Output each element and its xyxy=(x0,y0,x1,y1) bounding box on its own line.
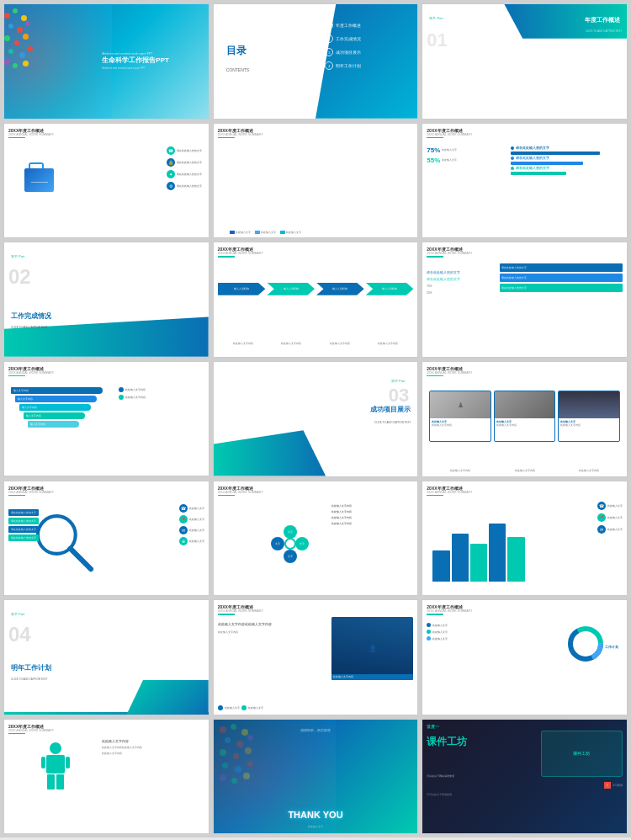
photo-city xyxy=(559,391,619,418)
left-box-4: 请在此处输入您的文字 xyxy=(8,534,39,541)
left-labels: 请在此处输入您的文字 请在此处输入您的文字 75% 55% xyxy=(427,271,460,295)
bracket-dot-3 xyxy=(511,167,514,170)
person-figure xyxy=(14,742,96,822)
r-dot-1 xyxy=(119,387,124,392)
rt-item-4: 此处输入文字内容 xyxy=(331,522,413,525)
r-item-1: 此处输入文字内容 xyxy=(119,387,204,392)
header-sub-17: 20XX ANNUAL WORK SUMMARY xyxy=(218,609,414,613)
part02-title: 工作完成情况 xyxy=(11,311,51,321)
text-col-1: 此处输入文字内容 xyxy=(220,343,267,345)
icon-text-4: 请在此处输入您的文字 xyxy=(177,184,202,188)
slide-crosshair: 20XX年度工作概述 20XX ANNUAL WORK SUMMARY 文字 文… xyxy=(213,481,419,597)
warning-icon: ! xyxy=(604,782,611,789)
photo-title-3: 此处输入文字 xyxy=(560,420,618,423)
rt-item-3: 此处输入文字内容 xyxy=(331,516,413,519)
pie-label-2: 此处输入文字 xyxy=(427,630,508,634)
rt-item-1: 此处输入文字内容 xyxy=(331,504,413,508)
icon-row-1: ☎ 请在此处输入您的文字 xyxy=(167,146,202,155)
menu-label-3: 成功项目展示 xyxy=(336,50,361,55)
header-sub-12: 20XX ANNUAL WORK SUMMARY xyxy=(427,371,623,375)
part02-subtitle: CLICK TO ADD CAPTION TEXT xyxy=(11,326,47,329)
left-box-2: 请在此处输入您的文字 xyxy=(8,518,39,524)
biz-text-2: 此处输入文字内容 xyxy=(218,630,320,635)
menu-item-2: 2 工作完成情况 xyxy=(325,35,411,43)
main-title: 生命科学工作报告PPT xyxy=(102,56,204,65)
bracket-diagram: 请在此处输入您的文字 请在此处输入您的文字 请在此处输入您的文字 xyxy=(511,146,623,175)
pie-label-1: 此处输入文字 xyxy=(427,623,508,627)
part-title: 年度工作概述 xyxy=(585,16,620,24)
person-head xyxy=(50,742,61,754)
right-text-14: 此处输入文字内容 此处输入文字内容 此处输入文字内容 此处输入文字内容 xyxy=(331,504,413,525)
arrow-step-2: 输入人员职称 xyxy=(267,283,315,295)
part-number: 01 xyxy=(427,29,447,51)
header-sub-14: 20XX ANNUAL WORK SUMMARY xyxy=(218,491,414,494)
percent-label-2: 此处输入文字 xyxy=(442,158,457,162)
thankyou-above: 感谢聆听，然后留底 xyxy=(214,729,418,732)
header-sub-8: 20XX ANNUAL WORK SUMMARY xyxy=(218,252,414,255)
teal-accent xyxy=(214,430,326,476)
teal-underline-12 xyxy=(427,375,443,377)
ri-1: ☎ 此处输入文字 xyxy=(597,502,623,510)
bi-text-2: 此处输入文字 xyxy=(248,706,263,710)
slide-header-5: 20XX年度工作概述 20XX ANNUAL WORK SUMMARY xyxy=(218,128,414,139)
cross-bottom: 文字 xyxy=(284,550,297,563)
bracket-dot-1 xyxy=(511,146,514,150)
part-subtitle: CLICK TO ADD CAPTION TEXT xyxy=(586,29,622,33)
r-text-1: 此处输入文字内容 xyxy=(125,388,146,391)
slide-bar-chart: 20XX年度工作概述 20XX ANNUAL WORK SUMMARY xyxy=(213,123,419,239)
slide-part03: 第节 Part 03 成功项目展示 CLICK TO ADD CAPTION T… xyxy=(213,361,419,477)
promo-warning: ! 不可商用 xyxy=(604,782,623,789)
bracket-label-3: 请在此处输入您的文字 xyxy=(516,167,549,170)
ri-text-1: 此处输入文字 xyxy=(607,504,623,508)
title-area: Medicine and medical work report PPT 生命科… xyxy=(102,52,204,70)
indent-2: 输入文字内容 xyxy=(15,396,97,402)
slide-header-14: 20XX年度工作概述 20XX ANNUAL WORK SUMMARY xyxy=(218,486,414,497)
h-box-label-1: 请在此处输入您的文字 xyxy=(501,266,527,269)
percent-label-1: 此处输入文字 xyxy=(442,148,457,152)
report-title: Medicine and medical work report PPT xyxy=(102,66,204,70)
bracket-item-3: 请在此处输入您的文字 xyxy=(511,167,623,170)
indent-1: 输入文字内容 xyxy=(11,387,103,394)
header-sub-5: 20XX ANNUAL WORK SUMMARY xyxy=(218,133,414,136)
bi-1: 此处输入文字 xyxy=(218,705,240,710)
legend-item-1: 此处输入文字 xyxy=(230,231,251,234)
slide-l-arrows: 20XX年度工作概述 20XX ANNUAL WORK SUMMARY 输入文字… xyxy=(3,361,209,477)
cross-left: 文字 xyxy=(271,537,284,550)
promo-note2: 不可以在以下情境使用 xyxy=(427,794,524,797)
slide-promo: 首度一 课件工坊 可以在以下网站深度使用 不可以在以下情境使用 课件工坊 ! 不… xyxy=(422,719,628,835)
slide-magnifier: 20XX年度工作概述 20XX ANNUAL WORK SUMMARY 请在此处… xyxy=(3,481,209,597)
promo-main-title: 课件工坊 xyxy=(427,736,467,747)
slide-part02: 第节 Part 02 工作完成情况 CLICK TO ADD CAPTION T… xyxy=(3,242,209,358)
r-icon-text-2: 此处输入文字 xyxy=(189,518,204,521)
photo-text-2: 此处输入文字内容 xyxy=(496,424,554,427)
part03-title: 成功项目展示 xyxy=(370,405,411,414)
svg-line-1 xyxy=(71,549,91,569)
bi-dot-2 xyxy=(241,705,247,710)
icon-circle-4: ⚙ xyxy=(167,182,175,190)
bar-chart-legend: 此处输入文字 此处输入文字 此处输入文字 xyxy=(230,231,301,234)
slide-header-15: 20XX年度工作概述 20XX ANNUAL WORK SUMMARY xyxy=(427,486,623,497)
cross-diagram: 文字 文字 文字 文字 xyxy=(254,504,326,584)
photo-card-3: 此处输入文字 此处输入文字内容 xyxy=(558,391,620,442)
slide-bag: 20XX年度工作概述 20XX ANNUAL WORK SUMMARY ☎ 请在… xyxy=(3,123,209,239)
header-sub-19: 20XX ANNUAL WORK SUMMARY xyxy=(8,729,204,732)
pie-dot-1 xyxy=(427,623,431,627)
left-percent-1: 75% xyxy=(427,284,460,288)
slide-pie: 20XX年度工作概述 20XX ANNUAL WORK SUMMARY 此处输入… xyxy=(422,599,628,715)
teal-underline-10 xyxy=(8,375,25,377)
text-col-4: 此处输入文字内容 xyxy=(364,343,411,345)
slide-header-4: 20XX年度工作概述 20XX ANNUAL WORK SUMMARY xyxy=(8,128,204,139)
slide-hierarchy: 20XX年度工作概述 20XX ANNUAL WORK SUMMARY 请在此处… xyxy=(422,242,628,358)
hierarchy-boxes: 请在此处输入您的文字 请在此处输入您的文字 请在此处输入您的文字 xyxy=(500,263,623,292)
h-box-label-2: 请在此处输入您的文字 xyxy=(501,276,527,279)
icon-circle-1: ☎ xyxy=(167,146,175,155)
promo-note1: 可以在以下网站深度使用 xyxy=(427,774,524,779)
slide-tall-bars: 20XX年度工作概述 20XX ANNUAL WORK SUMMARY ☎ 此处… xyxy=(422,481,628,597)
person-legs xyxy=(47,774,64,789)
person-leg-l xyxy=(47,774,55,789)
icon-row-3: ✦ 请在此处输入您的文字 xyxy=(167,170,202,178)
tall-bar-1 xyxy=(432,550,449,582)
header-sub-15: 20XX ANNUAL WORK SUMMARY xyxy=(427,491,623,494)
percent-item-1: 75% 此处输入文字 xyxy=(427,146,498,154)
part04-subtitle: CLICK TO ADD CAPTION TEXT xyxy=(11,678,47,681)
